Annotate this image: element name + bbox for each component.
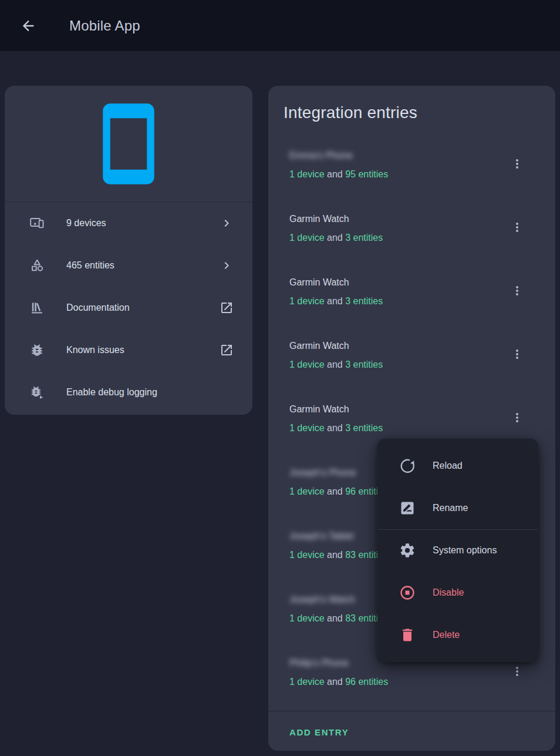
subtitle-and: and	[327, 233, 343, 243]
subtitle-and: and	[327, 486, 343, 496]
entry-subtitle: 1 device and 3 entities	[289, 294, 383, 308]
open-in-new-icon	[220, 301, 234, 315]
entry-subtitle: 1 device and 96 entities	[289, 675, 388, 689]
entry-subtitle: 1 device and 83 entities	[289, 548, 388, 562]
entry-row: Emma's Phone 1 device and 95 entities	[268, 143, 555, 206]
spacer	[220, 385, 234, 399]
subtitle-and: and	[327, 169, 343, 179]
entities-label: 465 entities	[66, 260, 220, 271]
entry-row: Garmin Watch 1 device and 3 entities	[268, 206, 555, 270]
entity-count-link[interactable]: 96 entities	[345, 677, 388, 687]
add-entry-button[interactable]: ADD ENTRY	[282, 720, 356, 744]
device-count-link[interactable]: 1 device	[289, 423, 325, 433]
sidebar-item-documentation[interactable]: Documentation	[5, 287, 252, 329]
devices-icon	[29, 216, 45, 231]
sidebar-item-debug-logging[interactable]: Enable debug logging	[5, 371, 252, 414]
sidebar-item-known-issues[interactable]: Known issues	[5, 329, 252, 371]
footer-divider	[268, 711, 555, 711]
device-count-link[interactable]: 1 device	[289, 613, 325, 623]
entry-row: Garmin Watch 1 device and 3 entities	[268, 270, 555, 333]
documentation-label: Documentation	[66, 303, 220, 313]
entry-subtitle: 1 device and 3 entities	[289, 358, 383, 372]
menu-item-system-options[interactable]: System options	[377, 529, 538, 572]
entry-menu-button[interactable]	[505, 279, 529, 303]
device-count-link[interactable]: 1 device	[289, 486, 325, 496]
bug-play-icon	[29, 385, 45, 400]
device-count-link[interactable]: 1 device	[289, 296, 325, 306]
entry-name: Emma's Phone	[289, 149, 353, 163]
entry-name: Garmin Watch	[289, 275, 349, 290]
cellphone-icon	[85, 100, 173, 188]
page-title: Mobile App	[69, 18, 140, 34]
mobile-app-integration-page: Mobile App 9 devices	[0, 0, 560, 756]
entry-menu-button[interactable]	[505, 406, 529, 429]
kebab-menu-icon	[510, 347, 524, 361]
sidebar-item-devices[interactable]: 9 devices	[5, 202, 252, 244]
sidebar-item-entities[interactable]: 465 entities	[5, 244, 252, 287]
bookshelf-icon	[29, 300, 45, 315]
device-count-link[interactable]: 1 device	[289, 550, 325, 560]
entity-count-link[interactable]: 3 entities	[345, 233, 383, 243]
menu-item-label: Rename	[433, 503, 468, 513]
back-button[interactable]	[15, 13, 41, 39]
entry-name: Philip's Phone	[289, 656, 349, 670]
open-in-new-icon	[220, 343, 234, 357]
shapes-icon	[29, 258, 45, 273]
devices-label: 9 devices	[66, 218, 220, 229]
menu-item-reload[interactable]: Reload	[377, 445, 538, 487]
entity-count-link[interactable]: 95 entities	[345, 169, 388, 179]
entity-count-link[interactable]: 3 entities	[345, 423, 383, 433]
integration-logo-area	[5, 86, 252, 202]
entity-count-link[interactable]: 3 entities	[345, 296, 383, 306]
entry-name: Joseph's Phone	[289, 466, 356, 480]
subtitle-and: and	[327, 423, 343, 433]
device-count-link[interactable]: 1 device	[289, 169, 325, 179]
top-app-bar: Mobile App	[0, 0, 560, 51]
subtitle-and: and	[327, 296, 343, 306]
entry-name: Garmin Watch	[289, 402, 349, 416]
entry-subtitle: 1 device and 96 entities	[289, 485, 388, 499]
entry-menu-button[interactable]	[505, 216, 529, 239]
menu-item-delete[interactable]: Delete	[377, 614, 538, 656]
delete-icon	[399, 626, 416, 644]
subtitle-and: and	[327, 613, 343, 623]
subtitle-and: and	[327, 359, 343, 369]
entry-subtitle: 1 device and 3 entities	[289, 421, 383, 435]
subtitle-and: and	[327, 677, 343, 687]
entry-name: Joseph's Tablet	[289, 529, 354, 543]
menu-item-rename[interactable]: Rename	[377, 487, 538, 529]
menu-item-label: System options	[433, 545, 497, 556]
device-count-link[interactable]: 1 device	[289, 233, 325, 243]
kebab-menu-icon	[510, 157, 524, 171]
kebab-menu-icon	[510, 220, 524, 234]
kebab-menu-icon	[510, 664, 524, 678]
entry-name: Garmin Watch	[289, 339, 349, 353]
subtitle-and: and	[327, 550, 343, 560]
card-title: Integration entries	[268, 86, 555, 122]
entry-row: Garmin Watch 1 device and 3 entities	[268, 333, 555, 397]
menu-item-label: Disable	[433, 587, 464, 598]
entry-menu-button[interactable]	[505, 152, 529, 176]
entry-subtitle: 1 device and 3 entities	[289, 231, 383, 245]
arrow-left-icon	[20, 18, 36, 34]
kebab-menu-icon	[510, 284, 524, 298]
bug-icon	[29, 342, 45, 358]
chevron-right-icon	[220, 258, 234, 273]
menu-item-label: Delete	[433, 630, 460, 640]
entry-name: Joseph's Watch	[289, 593, 355, 607]
chevron-right-icon	[220, 216, 234, 230]
entity-count-link[interactable]: 3 entities	[345, 359, 383, 369]
kebab-menu-icon	[510, 411, 524, 425]
entry-subtitle: 1 device and 83 entities	[289, 611, 388, 626]
entry-menu-button[interactable]	[505, 660, 529, 683]
menu-item-disable[interactable]: Disable	[377, 572, 538, 614]
cog-icon	[399, 542, 416, 559]
entry-menu-button[interactable]	[505, 342, 529, 366]
entry-subtitle: 1 device and 95 entities	[289, 167, 388, 182]
device-count-link[interactable]: 1 device	[289, 359, 325, 369]
rename-box-icon	[399, 499, 416, 517]
entry-name: Garmin Watch	[289, 212, 349, 226]
menu-item-label: Reload	[433, 461, 463, 471]
device-count-link[interactable]: 1 device	[289, 677, 325, 687]
integration-info-card: 9 devices 465 entities	[5, 86, 252, 415]
